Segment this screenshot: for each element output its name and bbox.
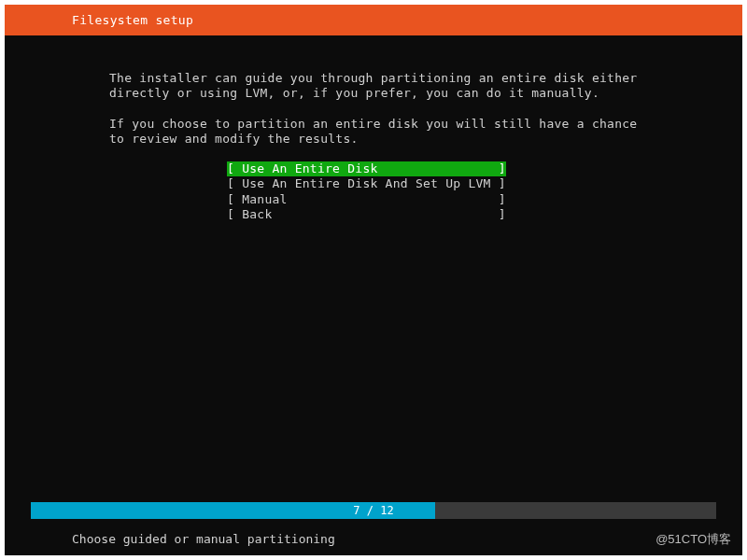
progress-fill-segment-2 xyxy=(223,502,436,519)
footer-bar: Choose guided or manual partitioning @51… xyxy=(5,523,742,555)
intro-paragraph-2: If you choose to partition an entire dis… xyxy=(109,117,651,147)
progress-bar: 7 / 12 xyxy=(31,502,716,519)
option-use-entire-disk[interactable]: [ Use An Entire Disk ] xyxy=(227,161,506,176)
intro-paragraph-1: The installer can guide you through part… xyxy=(109,71,651,102)
progress-fill-segment-1 xyxy=(31,502,223,519)
header-bar: Filesystem setup xyxy=(5,5,742,35)
progress-label: 7 / 12 xyxy=(353,504,393,517)
progress-area: 7 / 12 xyxy=(5,502,742,523)
option-use-entire-disk-lvm[interactable]: [ Use An Entire Disk And Set Up LVM ] xyxy=(227,176,742,191)
options-menu: [ Use An Entire Disk ] [ Use An Entire D… xyxy=(227,161,742,222)
footer-hint: Choose guided or manual partitioning xyxy=(72,532,335,546)
option-manual[interactable]: [ Manual ] xyxy=(227,192,742,207)
installer-console: Filesystem setup The installer can guide… xyxy=(5,5,742,555)
option-back[interactable]: [ Back ] xyxy=(227,207,742,222)
body-area: The installer can guide you through part… xyxy=(5,35,742,502)
page-title: Filesystem setup xyxy=(72,13,193,27)
watermark: @51CTO博客 xyxy=(655,531,731,548)
